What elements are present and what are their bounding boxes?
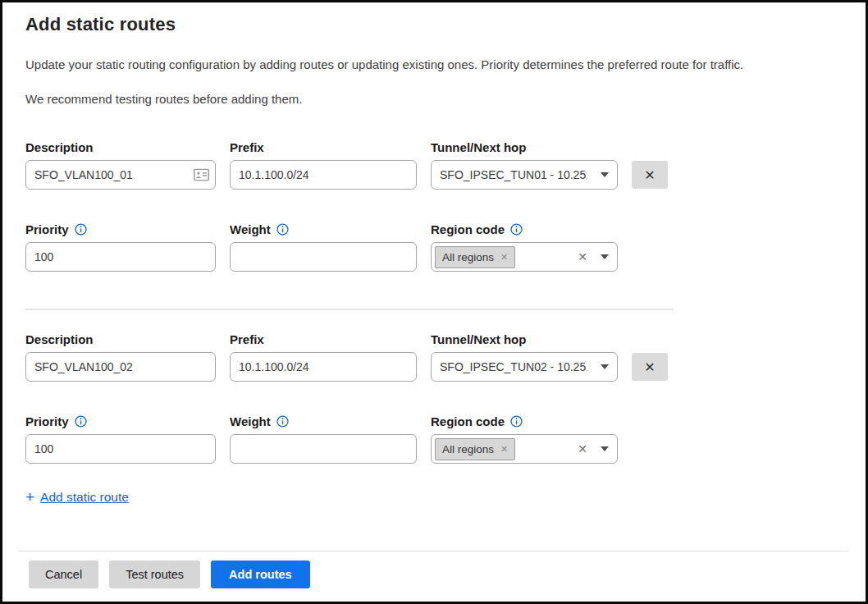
weight-input[interactable]	[230, 242, 417, 272]
cancel-button[interactable]: Cancel	[29, 561, 98, 588]
clear-selection-icon[interactable]: ✕	[578, 250, 587, 263]
dialog-description-line2: We recommend testing routes before addin…	[25, 92, 843, 106]
chevron-down-icon	[601, 254, 609, 259]
info-icon[interactable]	[510, 415, 523, 428]
prefix-label: Prefix	[230, 140, 417, 154]
close-icon: ✕	[644, 359, 655, 375]
chevron-down-icon	[601, 446, 609, 451]
priority-field-group: Priority	[25, 414, 216, 464]
info-icon[interactable]	[75, 415, 87, 428]
prefix-input[interactable]	[230, 352, 417, 382]
remove-route-button[interactable]: ✕	[632, 353, 668, 381]
clear-selection-icon[interactable]: ✕	[578, 442, 587, 455]
route1-secondary-fields: Priority Weight	[25, 222, 843, 272]
region-multiselect[interactable]: All regions ✕ ✕	[431, 434, 618, 464]
weight-field-group: Weight	[230, 414, 417, 464]
priority-label: Priority	[25, 414, 216, 428]
region-tag: All regions ✕	[435, 438, 515, 460]
weight-input[interactable]	[230, 434, 417, 464]
description-field-group: Description	[25, 332, 216, 382]
info-icon[interactable]	[276, 223, 289, 236]
remove-route-button[interactable]: ✕	[632, 161, 668, 189]
description-label: Description	[25, 140, 216, 154]
region-label: Region code	[431, 222, 618, 236]
region-field-group: Region code All regions ✕ ✕	[431, 414, 618, 464]
add-static-routes-dialog: Add static routes Update your static rou…	[0, 0, 868, 604]
close-icon: ✕	[644, 167, 655, 183]
route-row: Description	[25, 140, 843, 272]
weight-field-group: Weight	[230, 222, 417, 272]
info-icon[interactable]	[75, 223, 87, 236]
region-tag-label: All regions	[442, 251, 494, 263]
priority-label: Priority	[25, 222, 216, 236]
tunnel-select[interactable]: SFO_IPSEC_TUN01 - 10.25...	[431, 160, 618, 190]
tunnel-field-group: Tunnel/Next hop SFO_IPSEC_TUN01 - 10.25.…	[431, 140, 618, 190]
weight-label: Weight	[230, 414, 417, 428]
plus-icon: +	[25, 489, 34, 505]
contact-card-icon[interactable]	[194, 169, 209, 181]
tunnel-select[interactable]: SFO_IPSEC_TUN02 - 10.25...	[431, 352, 618, 382]
prefix-field-group: Prefix	[230, 332, 417, 382]
remove-tag-icon[interactable]: ✕	[500, 252, 508, 263]
tunnel-selected-value: SFO_IPSEC_TUN02 - 10.25...	[440, 360, 587, 373]
dialog-body: Add static routes Update your static rou…	[2, 2, 866, 551]
add-static-route-row: + Add static route	[25, 489, 843, 505]
region-tag-label: All regions	[442, 443, 494, 455]
test-routes-button[interactable]: Test routes	[109, 561, 200, 588]
tunnel-label: Tunnel/Next hop	[431, 332, 618, 346]
description-input[interactable]	[25, 352, 216, 382]
route2-main-fields: Description Prefix Tunnel/Next hop SFO_I…	[25, 332, 843, 382]
weight-label: Weight	[230, 222, 417, 236]
chevron-down-icon	[601, 172, 609, 177]
tunnel-label: Tunnel/Next hop	[431, 140, 618, 154]
description-field-group: Description	[25, 140, 216, 190]
add-static-route-link[interactable]: Add static route	[40, 490, 129, 505]
priority-input[interactable]	[25, 434, 216, 464]
prefix-field-group: Prefix	[230, 140, 417, 190]
prefix-input[interactable]	[230, 160, 417, 190]
route-divider	[25, 309, 674, 310]
route-row: Description Prefix Tunnel/Next hop SFO_I…	[25, 332, 843, 464]
remove-tag-icon[interactable]: ✕	[500, 444, 508, 455]
chevron-down-icon	[601, 364, 609, 369]
region-tag: All regions ✕	[435, 246, 515, 268]
page-title: Add static routes	[25, 14, 843, 35]
priority-input[interactable]	[25, 242, 216, 272]
info-icon[interactable]	[510, 223, 523, 236]
region-field-group: Region code All regions ✕ ✕	[431, 222, 618, 272]
add-routes-button[interactable]: Add routes	[211, 561, 310, 588]
info-icon[interactable]	[276, 415, 289, 428]
tunnel-field-group: Tunnel/Next hop SFO_IPSEC_TUN02 - 10.25.…	[431, 332, 618, 382]
description-input[interactable]	[25, 160, 216, 190]
route1-main-fields: Description	[25, 140, 843, 190]
dialog-description-line1: Update your static routing configuration…	[25, 57, 843, 71]
route2-secondary-fields: Priority Weight	[25, 414, 843, 464]
prefix-label: Prefix	[230, 332, 417, 346]
dialog-footer: Cancel Test routes Add routes	[2, 551, 866, 602]
region-multiselect[interactable]: All regions ✕ ✕	[431, 242, 618, 272]
priority-field-group: Priority	[25, 222, 216, 272]
region-label: Region code	[431, 414, 618, 428]
description-label: Description	[25, 332, 216, 346]
tunnel-selected-value: SFO_IPSEC_TUN01 - 10.25...	[440, 168, 587, 181]
